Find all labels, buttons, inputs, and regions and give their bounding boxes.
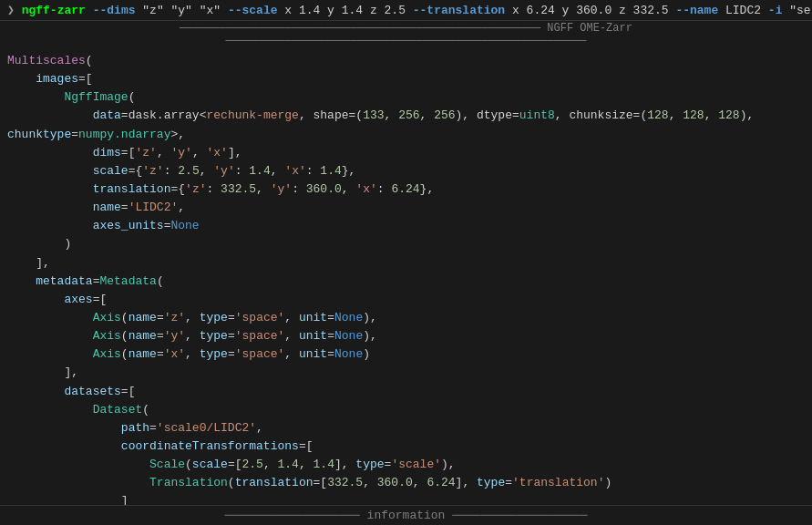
line-3: NgffImage( xyxy=(7,88,805,107)
line-25: ] xyxy=(7,492,805,505)
line-2: images=[ xyxy=(7,70,805,88)
line-16: Axis(name='y', type='space', unit=None), xyxy=(7,327,805,345)
line-17: Axis(name='x', type='space', unit=None) xyxy=(7,345,805,364)
information-label: ─────────────────── information ────────… xyxy=(225,509,588,522)
line-8: translation={'z': 332.5, 'y': 360.0, 'x'… xyxy=(7,180,805,199)
line-21: path='scale0/LIDC2', xyxy=(7,419,805,438)
line-6: dims=['z', 'y', 'x'], xyxy=(7,144,805,162)
ngff-label: ────────────────────────────────────────… xyxy=(180,22,632,47)
line-1: Multiscales( xyxy=(7,52,805,70)
line-18: ], xyxy=(7,364,805,382)
line-15: Axis(name='z', type='space', unit=None), xyxy=(7,309,805,327)
line-11: ) xyxy=(7,235,805,253)
line-23: Scale(scale=[2.5, 1.4, 1.4], type='scale… xyxy=(7,456,805,474)
information-bar: ─────────────────── information ────────… xyxy=(0,505,812,525)
line-5: chunktype=numpy.ndarray>, xyxy=(7,126,805,144)
prompt-symbol: ❯ xyxy=(7,4,22,17)
line-22: coordinateTransformations=[ xyxy=(7,438,805,456)
line-13: metadata=Metadata( xyxy=(7,273,805,291)
cmd-ngff: ngff-zarr xyxy=(22,4,86,17)
line-12: ], xyxy=(7,254,805,273)
line-4: data=dask.array<rechunk-merge, shape=(13… xyxy=(7,107,805,125)
line-7: scale={'z': 2.5, 'y': 1.4, 'x': 1.4}, xyxy=(7,162,805,180)
line-20: Dataset( xyxy=(7,401,805,419)
code-output: Multiscales( images=[ NgffImage( data=da… xyxy=(0,48,812,505)
top-bar: ❯ ngff-zarr --dims "z" "y" "x" --scale x… xyxy=(0,0,812,21)
line-24: Translation(translation=[332.5, 360.0, 6… xyxy=(7,474,805,492)
line-19: datasets=[ xyxy=(7,383,805,401)
line-14: axes=[ xyxy=(7,291,805,309)
ngff-title-bar: ────────────────────────────────────────… xyxy=(0,21,812,48)
line-10: axes_units=None xyxy=(7,217,805,235)
line-9: name='LIDC2', xyxy=(7,199,805,217)
